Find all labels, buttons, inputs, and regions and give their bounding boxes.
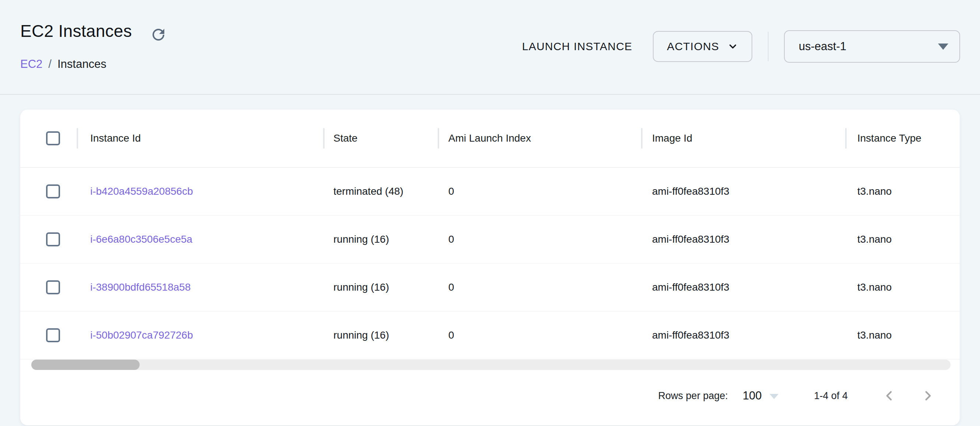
image-id-cell: ami-ff0fea8310f3 [652,329,729,341]
rows-per-page-select[interactable]: 100 [743,389,779,402]
breadcrumb: EC2 / Instances [20,57,107,71]
column-separator [641,128,643,148]
toolbar-divider [768,32,768,61]
rows-per-page-value: 100 [743,389,762,402]
ami-launch-index-cell: 0 [449,185,454,197]
refresh-button[interactable] [149,25,168,44]
column-header-image-id[interactable]: Image Id [652,132,692,144]
instances-table-card: Instance Id State Ami Launch Index Image… [20,110,960,425]
breadcrumb-ec2-link[interactable]: EC2 [20,57,42,71]
region-select[interactable]: us-east-1 [784,30,960,63]
actions-button[interactable]: ACTIONS [653,31,752,62]
pagination-range: 1-4 of 4 [814,390,848,402]
rows-per-page-label: Rows per page: [659,390,728,402]
page-header: EC2 Instances EC2 / Instances LAUNCH INS… [0,0,980,95]
image-id-cell: ami-ff0fea8310f3 [652,233,729,245]
state-cell: running (16) [333,329,389,341]
horizontal-scrollbar-thumb[interactable] [31,360,140,370]
column-header-state[interactable]: State [333,132,357,144]
ami-launch-index-cell: 0 [449,329,454,341]
previous-page-button[interactable] [880,386,899,405]
ami-launch-index-cell: 0 [449,233,454,245]
column-separator [76,128,78,148]
launch-instance-button[interactable]: LAUNCH INSTANCE [519,40,635,53]
table-header-row: Instance Id State Ami Launch Index Image… [20,110,960,168]
instance-type-cell: t3.nano [858,281,892,293]
ec2-instances-page: EC2 Instances EC2 / Instances LAUNCH INS… [0,0,980,426]
state-cell: running (16) [333,281,389,293]
next-page-button[interactable] [918,386,938,405]
row-checkbox[interactable] [46,184,60,198]
state-cell: terminated (48) [333,185,403,197]
column-header-ami-launch-index[interactable]: Ami Launch Index [449,132,531,144]
table-row: i-b420a4559a20856cb terminated (48) 0 am… [20,168,960,216]
column-header-instance-type[interactable]: Instance Type [858,132,921,144]
table-row: i-50b02907ca792726b running (16) 0 ami-f… [20,312,960,360]
row-checkbox[interactable] [46,232,60,246]
breadcrumb-separator: / [48,57,52,71]
row-checkbox[interactable] [46,328,60,342]
instance-id-link[interactable]: i-38900bdfd65518a58 [90,281,191,293]
chevron-right-icon [920,388,936,404]
ami-launch-index-cell: 0 [449,281,454,293]
column-separator [845,128,846,148]
region-select-value: us-east-1 [799,40,846,53]
horizontal-scrollbar[interactable] [31,360,951,370]
image-id-cell: ami-ff0fea8310f3 [652,281,729,293]
instance-type-cell: t3.nano [858,185,892,197]
column-separator [438,128,439,148]
instance-id-link[interactable]: i-6e6a80c3506e5ce5a [90,233,192,245]
rows-per-page-caret-icon [770,394,778,399]
image-id-cell: ami-ff0fea8310f3 [652,185,729,197]
chevron-down-icon [727,41,738,52]
table-row: i-6e6a80c3506e5ce5a running (16) 0 ami-f… [20,216,960,264]
instance-id-link[interactable]: i-50b02907ca792726b [90,329,193,341]
instance-id-link[interactable]: i-b420a4559a20856cb [90,185,193,197]
select-all-checkbox[interactable] [46,131,60,145]
refresh-icon [150,26,167,43]
header-controls: LAUNCH INSTANCE ACTIONS us-east-1 [519,30,960,64]
row-checkbox[interactable] [46,280,60,294]
breadcrumb-current: Instances [57,57,107,71]
instance-type-cell: t3.nano [858,233,892,245]
table-row: i-38900bdfd65518a58 running (16) 0 ami-f… [20,264,960,312]
instance-type-cell: t3.nano [858,329,892,341]
chevron-left-icon [881,388,897,404]
pagination-bar: Rows per page: 100 1-4 of 4 [20,384,960,408]
column-separator [323,128,325,148]
state-cell: running (16) [333,233,389,245]
page-title: EC2 Instances [20,21,132,41]
dropdown-caret-icon [938,43,948,50]
actions-button-label: ACTIONS [667,40,719,53]
column-header-instance-id[interactable]: Instance Id [90,132,141,144]
